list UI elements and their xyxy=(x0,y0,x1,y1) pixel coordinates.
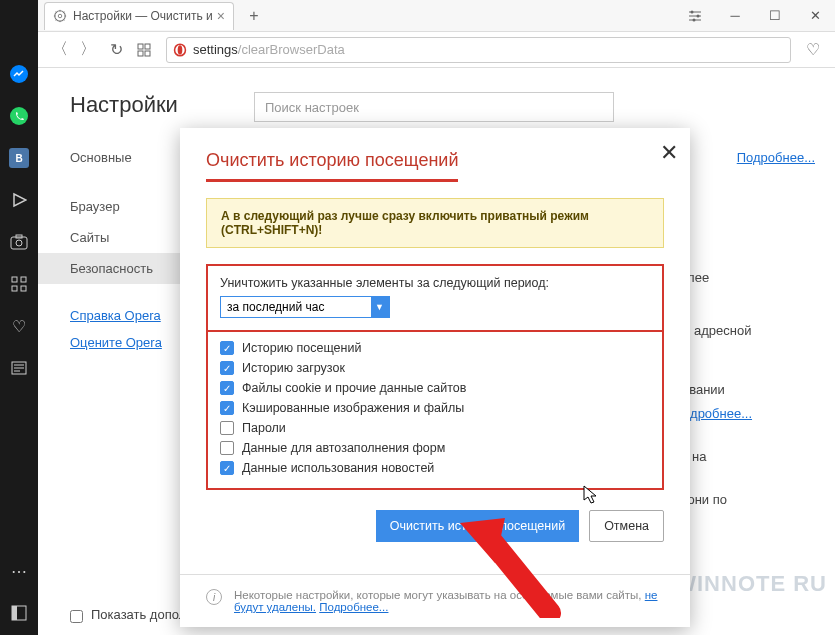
check-history[interactable]: ✓Историю посещений xyxy=(220,338,650,358)
svg-rect-7 xyxy=(138,44,143,49)
period-section: Уничтожить указанные элементы за следующ… xyxy=(206,264,664,332)
play-icon[interactable] xyxy=(9,190,29,210)
info-icon: i xyxy=(206,589,222,605)
svg-point-5 xyxy=(697,14,700,17)
svg-rect-23 xyxy=(21,286,26,291)
chevron-down-icon: ▼ xyxy=(375,302,384,312)
messenger-icon[interactable] xyxy=(9,64,29,84)
whatsapp-icon[interactable] xyxy=(9,106,29,126)
svg-point-14 xyxy=(10,107,28,125)
svg-rect-26 xyxy=(12,606,17,620)
speed-dial-icon[interactable] xyxy=(130,36,158,64)
sidebar-toggle-icon[interactable] xyxy=(9,603,29,623)
new-tab-button[interactable]: + xyxy=(242,7,266,25)
tab-close-icon[interactable]: × xyxy=(217,8,225,24)
more-icon[interactable]: ⋯ xyxy=(9,561,29,581)
settings-title: Настройки xyxy=(70,92,254,118)
grid-icon[interactable] xyxy=(9,274,29,294)
tab-title: Настройки — Очистить и xyxy=(73,9,213,23)
titlebar: Настройки — Очистить и × + ─ ☐ ✕ xyxy=(0,0,835,32)
maximize-icon[interactable]: ☐ xyxy=(755,0,795,32)
svg-text:B: B xyxy=(15,153,22,164)
address-bar[interactable]: settings/clearBrowserData xyxy=(166,37,791,63)
news-icon[interactable] xyxy=(9,358,29,378)
minimize-icon[interactable]: ─ xyxy=(715,0,755,32)
check-cache[interactable]: ✓Кэшированные изображения и файлы xyxy=(220,398,650,418)
svg-point-3 xyxy=(58,14,62,18)
back-button[interactable]: 〈 xyxy=(46,36,74,64)
svg-rect-8 xyxy=(145,44,150,49)
camera-icon[interactable] xyxy=(9,232,29,252)
check-downloads[interactable]: ✓Историю загрузок xyxy=(220,358,650,378)
browser-tab[interactable]: Настройки — Очистить и × xyxy=(44,2,234,30)
cancel-button[interactable]: Отмена xyxy=(589,510,664,542)
reload-button[interactable]: ↻ xyxy=(102,36,130,64)
period-label: Уничтожить указанные элементы за следующ… xyxy=(220,276,650,290)
heart-sidebar-icon[interactable]: ♡ xyxy=(9,316,29,336)
svg-point-18 xyxy=(16,240,22,246)
clear-data-dialog: ✕ Очистить историю посещений А в следующ… xyxy=(180,128,690,627)
dialog-close-button[interactable]: ✕ xyxy=(660,140,678,166)
toolbar: 〈 〉 ↻ settings/clearBrowserData ♡ xyxy=(38,32,835,68)
forward-button[interactable]: 〉 xyxy=(74,36,102,64)
check-autofill[interactable]: Данные для автозаполнения форм xyxy=(220,438,650,458)
more-link[interactable]: Подробнее... xyxy=(737,150,815,165)
dialog-title: Очистить историю посещений xyxy=(206,150,458,182)
dialog-footer: i Некоторые настройки, которые могут ука… xyxy=(180,574,690,627)
svg-rect-17 xyxy=(11,237,27,249)
easy-setup-icon[interactable] xyxy=(675,0,715,32)
vk-icon[interactable]: B xyxy=(9,148,29,168)
period-select[interactable]: за последний час ▼ xyxy=(220,296,390,318)
svg-rect-21 xyxy=(21,277,26,282)
private-mode-tip: А в следующий раз лучше сразу включить п… xyxy=(206,198,664,248)
check-passwords[interactable]: Пароли xyxy=(220,418,650,438)
svg-point-12 xyxy=(178,45,183,54)
close-icon[interactable]: ✕ xyxy=(795,0,835,32)
checkbox-group: ✓Историю посещений ✓Историю загрузок ✓Фа… xyxy=(206,332,664,490)
search-settings-input[interactable]: Поиск настроек xyxy=(254,92,614,122)
footer-link-2[interactable]: Подробнее... xyxy=(319,601,388,613)
svg-point-4 xyxy=(691,10,694,13)
svg-rect-20 xyxy=(12,277,17,282)
svg-rect-10 xyxy=(145,51,150,56)
svg-rect-9 xyxy=(138,51,143,56)
address-text: settings/clearBrowserData xyxy=(193,42,345,57)
gear-icon xyxy=(53,9,67,23)
svg-point-6 xyxy=(693,18,696,21)
clear-button[interactable]: Очистить историю посещений xyxy=(376,510,579,542)
heart-icon[interactable]: ♡ xyxy=(799,36,827,64)
check-news[interactable]: ✓Данные использования новостей xyxy=(220,458,650,478)
svg-rect-22 xyxy=(12,286,17,291)
app-sidebar: B ♡ ⋯ xyxy=(0,0,38,635)
check-cookies[interactable]: ✓Файлы cookie и прочие данные сайтов xyxy=(220,378,650,398)
